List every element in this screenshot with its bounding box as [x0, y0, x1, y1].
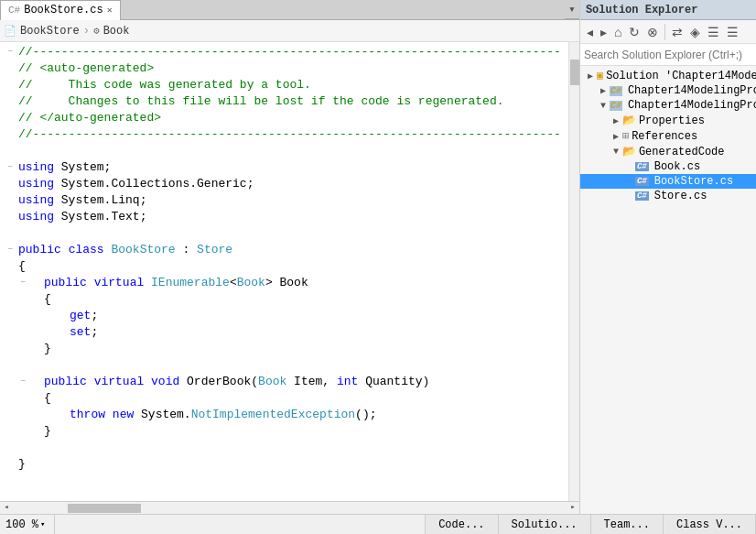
tree-item-book[interactable]: C# Book.cs — [580, 159, 756, 174]
breadcrumb-right[interactable]: Book — [103, 25, 130, 38]
tab-close-icon[interactable]: ✕ — [107, 5, 113, 16]
tree-item-generatedcode[interactable]: 📂 GeneratedCode — [580, 144, 756, 159]
zoom-control[interactable]: 100 % ▾ — [0, 515, 55, 534]
scroll-left-btn[interactable]: ◂ — [0, 502, 13, 514]
tree-item-project[interactable]: C# Chapter14ModelingProject — [580, 83, 756, 98]
tab-class[interactable]: Class V... — [664, 515, 756, 534]
code-line: get; — [0, 308, 568, 324]
code-editor[interactable]: −//-------------------------------------… — [0, 42, 568, 501]
code-line: −public virtual void OrderBook(Book Item… — [0, 374, 568, 390]
lib-label: Chapter14ModelingProjectLib — [628, 99, 756, 112]
back-btn[interactable]: ◂ — [584, 24, 596, 40]
home-btn[interactable]: ⌂ — [611, 24, 624, 40]
tree-item-solution[interactable]: ▣ Solution 'Chapter14ModelingProject' — [580, 68, 756, 83]
code-line: { — [0, 390, 568, 407]
tree-item-bookstore[interactable]: C# BookStore.cs — [580, 174, 756, 189]
code-line: // </auto-generated> — [0, 110, 568, 126]
tab-team-label: Team... — [604, 518, 650, 531]
store-label: Store.cs — [654, 190, 707, 202]
tab-label: BookStore.cs — [24, 4, 103, 16]
tree-item-lib[interactable]: C# Chapter14ModelingProjectLib — [580, 98, 756, 113]
store-cs-icon: C# — [635, 191, 649, 201]
properties-label: Properties — [639, 114, 705, 127]
expand-solution-icon[interactable] — [584, 71, 597, 82]
tree-item-store[interactable]: C# Store.cs — [580, 189, 756, 203]
solution-search-bar: 🔍 — [580, 44, 756, 66]
code-line: throw new System.NotImplementedException… — [0, 407, 568, 423]
code-line: −public class BookStore : Store — [0, 242, 568, 258]
references-icon: ⊞ — [622, 129, 629, 143]
collapse-icon[interactable]: − — [7, 159, 16, 176]
solution-toolbar: ◂ ▸ ⌂ ↻ ⊗ ⇄ ◈ ☰ ☰ — [580, 20, 756, 44]
properties-folder-icon: 📂 — [622, 114, 636, 127]
zoom-dropdown-icon[interactable]: ▾ — [40, 519, 45, 529]
sync-btn[interactable]: ⇄ — [669, 24, 686, 40]
tab-code-label: Code... — [438, 518, 484, 531]
solution-tree: ▣ Solution 'Chapter14ModelingProject' C#… — [580, 66, 756, 514]
tab-bookstore[interactable]: C# BookStore.cs ✕ — [0, 0, 121, 20]
code-line: −using System; — [0, 159, 568, 176]
horizontal-scrollbar[interactable]: ◂ ▸ — [0, 501, 579, 514]
preview-btn[interactable]: ☰ — [724, 24, 741, 40]
tab-team[interactable]: Team... — [591, 515, 664, 534]
generatedcode-label: GeneratedCode — [639, 146, 725, 158]
tab-solution[interactable]: Solutio... — [499, 515, 591, 534]
code-line: using System.Linq; — [0, 192, 568, 209]
tab-class-label: Class V... — [676, 518, 742, 531]
properties-btn[interactable]: ☰ — [705, 24, 722, 40]
expand-references-icon[interactable] — [610, 131, 622, 142]
code-line: { — [0, 291, 568, 308]
solution-label: Solution 'Chapter14ModelingProject' — [606, 70, 756, 82]
code-line: } — [0, 341, 568, 357]
bottom-tab-bar: 100 % ▾ Code... Solutio... Team... Class… — [0, 514, 756, 534]
collapse-icon[interactable]: − — [7, 242, 16, 258]
expand-properties-icon[interactable] — [610, 115, 622, 126]
expand-lib-icon[interactable] — [597, 101, 610, 111]
code-line: using System.Text; — [0, 209, 568, 225]
code-line — [0, 440, 568, 456]
code-line — [0, 357, 568, 374]
tree-item-properties[interactable]: 📂 Properties — [580, 113, 756, 128]
refresh-btn[interactable]: ↻ — [626, 24, 643, 40]
code-line: −//-------------------------------------… — [0, 44, 568, 60]
generatedcode-folder-icon: 📂 — [622, 145, 636, 158]
show-all-btn[interactable]: ◈ — [687, 24, 703, 40]
collapse-icon[interactable]: − — [20, 374, 29, 390]
solution-icon: ▣ — [597, 69, 603, 82]
h-scroll-thumb[interactable] — [68, 504, 141, 513]
code-line: } — [0, 456, 568, 473]
code-line: //--------------------------------------… — [0, 126, 568, 143]
solution-search-input[interactable] — [584, 49, 756, 61]
solution-explorer-pane: Solution Explorer − ⬜ ✕ ◂ ▸ ⌂ ↻ ⊗ ⇄ ◈ ☰ … — [580, 0, 756, 514]
book-cs-icon: C# — [635, 162, 649, 171]
solution-explorer-header: Solution Explorer − ⬜ ✕ — [580, 0, 756, 20]
expand-project-icon[interactable] — [597, 85, 610, 96]
stop-btn[interactable]: ⊗ — [644, 24, 661, 40]
zoom-label: 100 % — [5, 518, 38, 531]
bookstore-label: BookStore.cs — [654, 175, 733, 188]
code-line: } — [0, 423, 568, 440]
lib-icon: C# — [610, 101, 622, 111]
code-line: // This code was generated by a tool. — [0, 77, 568, 93]
collapse-icon[interactable]: − — [20, 275, 29, 291]
code-line: { — [0, 258, 568, 275]
book-label: Book.cs — [654, 160, 700, 173]
collapse-icon[interactable]: − — [7, 44, 16, 60]
tab-solution-label: Solutio... — [512, 518, 578, 531]
expand-generatedcode-icon[interactable] — [610, 147, 622, 157]
new-tab-button[interactable]: ▾ — [565, 0, 579, 19]
code-line: −public virtual IEnumerable<Book> Book — [0, 275, 568, 291]
code-line — [0, 143, 568, 159]
forward-btn[interactable]: ▸ — [598, 24, 610, 40]
code-line: set; — [0, 324, 568, 341]
bookstore-cs-icon: C# — [635, 177, 649, 186]
scroll-right-btn[interactable]: ▸ — [567, 502, 579, 514]
vertical-scrollbar[interactable] — [568, 42, 579, 501]
breadcrumb-left[interactable]: BookStore — [20, 25, 80, 38]
code-line: // Changes to this file will be lost if … — [0, 93, 568, 110]
solution-explorer-title: Solution Explorer — [586, 4, 697, 16]
tab-code[interactable]: Code... — [426, 515, 498, 534]
scroll-thumb[interactable] — [570, 60, 579, 85]
code-line: using System.Collections.Generic; — [0, 176, 568, 192]
tree-item-references[interactable]: ⊞ References — [580, 128, 756, 144]
